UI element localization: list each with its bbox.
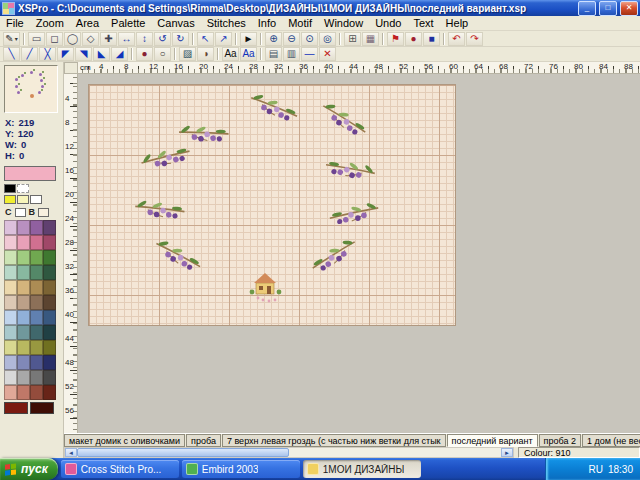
text-tool-alt-icon[interactable]: Aa xyxy=(240,47,257,61)
selected-color-swatch[interactable] xyxy=(4,166,56,181)
delete-stitch-icon[interactable]: ✕ xyxy=(319,47,336,61)
scroll-left-arrow[interactable]: ◄ xyxy=(65,448,77,457)
menu-text[interactable]: Text xyxy=(407,16,439,30)
palette-color[interactable] xyxy=(30,280,43,295)
text-tool-icon[interactable]: Aa xyxy=(222,47,239,61)
c-swatch[interactable] xyxy=(15,208,26,217)
palette-color[interactable] xyxy=(30,265,43,280)
palette-color[interactable] xyxy=(30,370,43,385)
palette-color[interactable] xyxy=(4,250,17,265)
palette-color[interactable] xyxy=(43,295,56,310)
palette-color[interactable] xyxy=(43,310,56,325)
palette-color[interactable] xyxy=(43,280,56,295)
scroll-right-arrow[interactable]: ► xyxy=(501,448,513,457)
select-square-icon[interactable]: ◻ xyxy=(46,32,63,46)
flip-horizontal-icon[interactable]: ↔ xyxy=(118,32,135,46)
design-tab[interactable]: последний вариант xyxy=(447,434,538,447)
palette-color[interactable] xyxy=(17,250,30,265)
palette-color[interactable] xyxy=(43,325,56,340)
full-cross-stitch-icon[interactable]: ╳ xyxy=(39,47,56,61)
quick-swatch[interactable] xyxy=(17,184,29,193)
menu-undo[interactable]: Undo xyxy=(369,16,407,30)
palette-color[interactable] xyxy=(30,250,43,265)
palette-color[interactable] xyxy=(43,370,56,385)
palette-color[interactable] xyxy=(17,235,30,250)
menu-window[interactable]: Window xyxy=(318,16,369,30)
palette-color[interactable] xyxy=(43,235,56,250)
block-marker-icon[interactable]: ■ xyxy=(423,32,440,46)
palette-color[interactable] xyxy=(30,340,43,355)
horizontal-scrollbar[interactable]: ◄ ► xyxy=(64,447,514,458)
palette-color[interactable] xyxy=(43,355,56,370)
fill-tool-icon[interactable]: ▨ xyxy=(179,47,196,61)
scrollbar-thumb[interactable] xyxy=(77,448,289,457)
french-knot-icon[interactable]: ● xyxy=(136,47,153,61)
quick-swatch[interactable] xyxy=(4,195,16,204)
flip-vertical-icon[interactable]: ↕ xyxy=(136,32,153,46)
palette-color[interactable] xyxy=(30,235,43,250)
palette-color[interactable] xyxy=(17,340,30,355)
quarter-stitch-tr-icon[interactable]: ◥ xyxy=(75,47,92,61)
rotate-right-icon[interactable]: ↻ xyxy=(172,32,189,46)
menu-stitches[interactable]: Stitches xyxy=(201,16,252,30)
chart-view-icon[interactable]: ▤ xyxy=(265,47,282,61)
backstitch-icon[interactable]: — xyxy=(301,47,318,61)
menu-area[interactable]: Area xyxy=(70,16,105,30)
palette-color[interactable] xyxy=(17,310,30,325)
flag-marker-icon[interactable]: ⚑ xyxy=(387,32,404,46)
arrow-up-right-icon[interactable]: ↗ xyxy=(215,32,232,46)
palette-color[interactable] xyxy=(4,402,28,414)
palette-color[interactable] xyxy=(17,325,30,340)
palette-color[interactable] xyxy=(4,385,17,400)
color-picker-icon[interactable]: ◑ xyxy=(197,47,214,61)
palette-color[interactable] xyxy=(17,220,30,235)
move-tool-icon[interactable]: ✚ xyxy=(100,32,117,46)
design-tab[interactable]: проба 2 xyxy=(539,434,581,447)
menu-zoom[interactable]: Zoom xyxy=(30,16,70,30)
palette-color[interactable] xyxy=(4,370,17,385)
menu-canvas[interactable]: Canvas xyxy=(151,16,200,30)
palette-color[interactable] xyxy=(17,385,30,400)
palette-color[interactable] xyxy=(4,340,17,355)
quarter-stitch-bl-icon[interactable]: ◣ xyxy=(93,47,110,61)
pointer-tool-icon[interactable]: ► xyxy=(240,32,257,46)
palette-color[interactable] xyxy=(4,235,17,250)
palette-color[interactable] xyxy=(17,280,30,295)
maximize-button[interactable]: □ xyxy=(599,1,617,16)
quick-swatch[interactable] xyxy=(17,195,29,204)
design-preview[interactable] xyxy=(4,65,58,113)
palette-color[interactable] xyxy=(30,402,54,414)
palette-color[interactable] xyxy=(4,220,17,235)
b-swatch[interactable] xyxy=(38,208,49,217)
taskbar-clock[interactable]: 18:30 xyxy=(608,464,633,475)
menu-help[interactable]: Help xyxy=(440,16,475,30)
zoom-fit-icon[interactable]: ◎ xyxy=(319,32,336,46)
design-tab[interactable]: 7 верхн левая гроздь (с частью ниж ветки… xyxy=(222,434,446,447)
palette-color[interactable] xyxy=(43,385,56,400)
bead-icon[interactable]: ○ xyxy=(154,47,171,61)
taskbar-button[interactable]: Cross Stitch Pro... xyxy=(61,460,179,478)
start-button[interactable]: пуск xyxy=(0,458,58,480)
arrow-up-left-icon[interactable]: ↖ xyxy=(197,32,214,46)
select-rect-icon[interactable]: ▭ xyxy=(28,32,45,46)
menu-motif[interactable]: Motif xyxy=(282,16,318,30)
palette-color[interactable] xyxy=(30,325,43,340)
pencil-tool-icon[interactable]: ✎▾ xyxy=(3,32,20,46)
undo-icon[interactable]: ↶ xyxy=(448,32,465,46)
palette-color[interactable] xyxy=(17,265,30,280)
design-tab[interactable]: 1 дом (не весь для стыковки) xyxy=(582,434,640,447)
palette-color[interactable] xyxy=(4,355,17,370)
quarter-stitch-tl-icon[interactable]: ◤ xyxy=(57,47,74,61)
rotate-left-icon[interactable]: ↺ xyxy=(154,32,171,46)
quick-swatch[interactable] xyxy=(4,184,16,193)
palette-color[interactable] xyxy=(43,340,56,355)
design-tab[interactable]: макет домик с оливочками xyxy=(64,434,185,447)
palette-color[interactable] xyxy=(4,310,17,325)
palette-color[interactable] xyxy=(17,295,30,310)
palette-color[interactable] xyxy=(4,295,17,310)
design-tab[interactable]: проба xyxy=(186,434,221,447)
quick-swatch[interactable] xyxy=(30,195,42,204)
zoom-in-icon[interactable]: ⊕ xyxy=(265,32,282,46)
fabric-toggle-icon[interactable]: ▦ xyxy=(362,32,379,46)
symbol-view-icon[interactable]: ▥ xyxy=(283,47,300,61)
